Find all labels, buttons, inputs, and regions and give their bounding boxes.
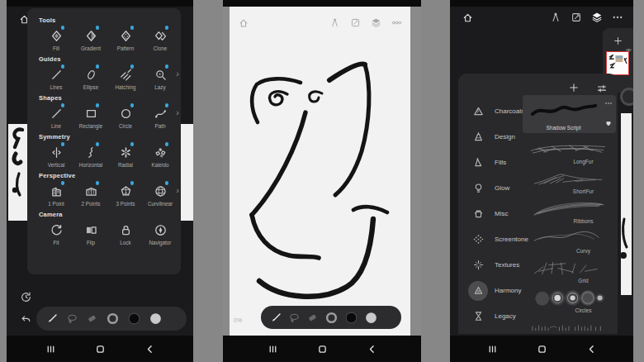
fillsb-icon [468, 153, 488, 173]
brush-category-fills[interactable]: Fills [458, 150, 523, 175]
history-icon[interactable] [20, 291, 32, 303]
back-icon[interactable] [586, 344, 597, 355]
chevron-right-icon[interactable]: › [176, 108, 179, 117]
linet-icon [48, 105, 64, 121]
color-swatch-black[interactable] [344, 311, 358, 325]
more-options-icon[interactable] [612, 12, 623, 23]
brush-size-swatch[interactable] [324, 311, 339, 325]
edit-icon[interactable] [571, 12, 582, 23]
brush-category-design[interactable]: Design [458, 124, 523, 150]
undo-icon[interactable] [20, 313, 32, 326]
tool-item-lazy[interactable]: Lazy [143, 66, 178, 90]
brush-item-longfur[interactable]: LongFur [523, 138, 616, 168]
tool-label: Pattern [117, 45, 134, 51]
nav-home-icon[interactable] [317, 344, 328, 355]
recents-icon[interactable] [268, 344, 278, 355]
tool-item-hatching[interactable]: Hatching [108, 66, 143, 90]
tool-item-fill[interactable]: Fill [39, 27, 73, 51]
tools-section-shapes: ShapesLineRectangleCirclePath› [39, 94, 178, 129]
nav-home-icon[interactable] [537, 344, 547, 355]
section-label: Perspective [39, 172, 178, 179]
hatching-icon [117, 66, 134, 83]
tool-item-2-points[interactable]: 2 Points [73, 183, 108, 207]
tool-item-line[interactable]: Line [39, 105, 73, 129]
selected-brush-card[interactable]: Shadow Script [523, 95, 616, 133]
chevron-right-icon[interactable]: › [176, 186, 179, 195]
canvas-edge-right [621, 113, 632, 295]
brush-category-glow[interactable]: Glow [458, 175, 523, 201]
color-swatch-black[interactable] [127, 312, 141, 326]
brush-category-harmony[interactable]: Harmony [458, 278, 523, 303]
recents-icon[interactable] [487, 344, 498, 355]
home-icon[interactable] [462, 12, 474, 24]
brush-category-legacy[interactable]: Legacy [458, 303, 523, 329]
tool-item-lock[interactable]: Lock [108, 221, 143, 245]
canvas-edge-right [181, 124, 193, 221]
brush-item-shortfur[interactable]: ShortFur [523, 168, 616, 198]
brush-category-screentone[interactable]: Screentone [458, 226, 523, 252]
tool-label: Flip [87, 240, 95, 245]
brush-more-icon[interactable] [604, 99, 613, 107]
brush-item-circles[interactable]: Circles [523, 287, 616, 317]
layer-thumbnail[interactable] [606, 51, 629, 75]
back-icon[interactable] [144, 344, 155, 355]
tool-item-lines[interactable]: Lines [39, 66, 73, 90]
back-icon[interactable] [367, 344, 377, 355]
brush-item-partial[interactable] [523, 317, 616, 330]
color-swatch-gray[interactable] [364, 311, 378, 325]
color-swatch-gray[interactable] [149, 312, 163, 326]
tool-item-fit[interactable]: Fit [39, 221, 73, 245]
tool-item-3-points[interactable]: 3 Points [108, 183, 143, 207]
brush-name: Ribbons [551, 218, 616, 224]
nav-home-icon[interactable] [95, 344, 106, 355]
screen-brush-library: CharcoalsDesignFillsGlowMiscScreentoneTe… [450, 0, 633, 362]
tool-item-pattern[interactable]: Pattern [108, 27, 143, 51]
selection-lasso-icon[interactable] [288, 312, 301, 324]
brush-category-textures[interactable]: Textures [458, 252, 523, 278]
eraser-icon[interactable] [306, 312, 319, 324]
selection-lasso-icon[interactable] [66, 312, 78, 325]
brush-tool-icon[interactable] [270, 312, 282, 324]
chevron-right-icon[interactable]: › [176, 69, 179, 79]
tool-item-circle[interactable]: Circle [108, 105, 143, 129]
layers-icon[interactable] [591, 12, 603, 23]
eraser-icon[interactable] [86, 312, 98, 325]
tool-item-rectangle[interactable]: Rectangle [73, 105, 108, 129]
tool-item-vertical[interactable]: Vertical [39, 144, 73, 168]
brush-item-grid[interactable]: Grid [523, 257, 616, 287]
tool-item-flip[interactable]: Flip [73, 221, 108, 245]
brush-category-misc[interactable]: Misc [458, 201, 523, 226]
brush-size-swatch[interactable] [106, 312, 120, 326]
status-strip [223, 0, 421, 7]
tool-item-kaleido[interactable]: Kaleido [143, 144, 178, 168]
flip-icon [83, 221, 99, 238]
tool-item-horizontal[interactable]: Horizontal [73, 144, 108, 168]
brush-category-charcoals[interactable]: Charcoals [458, 98, 523, 124]
brush-item-curvy[interactable]: Curvy [523, 227, 616, 257]
tool-label: Kaleido [151, 162, 168, 168]
tool-item-1-point[interactable]: 1 Point [39, 183, 73, 207]
tool-item-gradient[interactable]: Gradient [73, 27, 108, 51]
drawing-canvas[interactable]: 0% [230, 7, 410, 336]
tool-item-ellipse[interactable]: Ellipse [73, 66, 108, 90]
tool-item-curvilinear[interactable]: Curvilinear [143, 183, 178, 207]
draw-styles-icon[interactable] [550, 12, 561, 23]
favorite-heart-icon[interactable] [604, 119, 613, 127]
recents-icon[interactable] [45, 344, 56, 355]
brush-stroke-preview [524, 288, 613, 307]
tool-item-navigator[interactable]: Navigator [143, 221, 178, 245]
brush-stroke-preview [524, 140, 613, 159]
brush-tool-icon[interactable] [46, 312, 59, 325]
brush-item-ribbons[interactable]: Ribbons [523, 198, 616, 227]
add-brush-icon[interactable] [568, 82, 580, 93]
tool-label: Rectangle [79, 123, 102, 129]
brush-stroke-preview [524, 199, 613, 218]
zoom-level: 0% [234, 317, 242, 323]
tool-label: Clone [154, 45, 167, 51]
add-layer-icon[interactable] [613, 36, 623, 46]
tool-item-path[interactable]: Path [143, 105, 178, 129]
tool-item-radial[interactable]: Radial [108, 144, 143, 168]
brush-settings-icon[interactable] [596, 83, 608, 94]
tool-item-clone[interactable]: Clone [143, 27, 178, 51]
status-strip [7, 0, 193, 7]
